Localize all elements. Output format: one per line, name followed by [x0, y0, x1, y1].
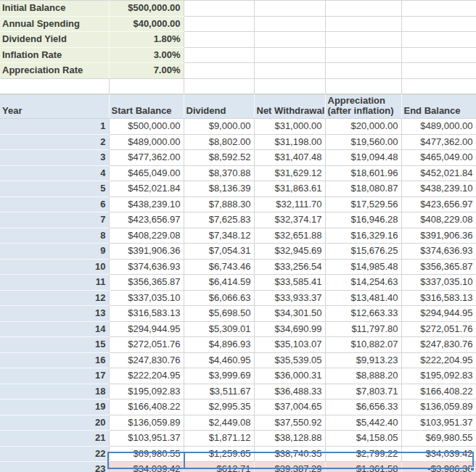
dividend-cell[interactable]: $5,698.50 — [184, 306, 254, 322]
net-withdrawal-cell[interactable]: $36,000.31 — [254, 368, 325, 384]
empty-cell[interactable] — [254, 47, 325, 63]
end-balance-cell[interactable]: $34,039.42 — [401, 446, 476, 462]
net-withdrawal-cell[interactable]: $31,198.00 — [254, 134, 325, 150]
net-withdrawal-cell[interactable]: $38,740.35 — [254, 446, 325, 462]
end-balance-cell[interactable]: $374,636.93 — [401, 244, 476, 260]
start-balance-cell[interactable]: $195,092.83 — [109, 384, 184, 399]
end-balance-cell[interactable]: $465,049.00 — [401, 150, 476, 166]
dividend-cell[interactable]: $8,136.39 — [184, 181, 254, 197]
empty-cell[interactable] — [184, 78, 254, 94]
net-withdrawal-cell[interactable]: $32,111.70 — [254, 196, 325, 212]
year-cell[interactable]: 15 — [0, 337, 109, 353]
end-balance-cell[interactable]: $452,021.84 — [401, 165, 476, 181]
year-cell[interactable]: 7 — [0, 212, 109, 228]
net-withdrawal-cell[interactable]: $32,374.17 — [254, 212, 325, 228]
start-balance-cell[interactable]: $356,365.87 — [109, 275, 184, 291]
start-balance-cell[interactable]: $337,035.10 — [109, 290, 184, 306]
net-withdrawal-cell[interactable]: $31,000.00 — [254, 119, 325, 135]
dividend-cell[interactable]: $7,888.30 — [184, 196, 254, 212]
year-cell[interactable]: 12 — [0, 290, 109, 306]
appreciation-cell[interactable]: $15,676.25 — [325, 244, 401, 260]
start-balance-cell[interactable]: $423,656.97 — [109, 212, 184, 228]
param-value-cell[interactable]: 7.00% — [109, 63, 184, 79]
empty-cell[interactable] — [401, 63, 476, 79]
appreciation-cell[interactable]: $8,888.20 — [325, 368, 401, 384]
net-withdrawal-cell[interactable]: $37,004.65 — [254, 399, 325, 415]
start-balance-cell[interactable]: $272,051.76 — [109, 337, 184, 353]
param-label-cell[interactable]: Inflation Rate — [0, 47, 109, 63]
dividend-cell[interactable]: $8,370.88 — [184, 165, 254, 181]
net-withdrawal-cell[interactable]: $39,387.29 — [254, 462, 325, 472]
net-withdrawal-cell[interactable]: $33,256.54 — [254, 259, 325, 275]
dividend-cell[interactable]: $3,511.67 — [184, 384, 254, 399]
year-cell[interactable]: 20 — [0, 415, 109, 431]
year-cell[interactable]: 17 — [0, 368, 109, 384]
net-withdrawal-cell[interactable]: $35,103.07 — [254, 337, 325, 353]
appreciation-cell[interactable]: $16,329.16 — [325, 228, 401, 244]
dividend-cell[interactable]: $1,871.12 — [184, 431, 254, 447]
appreciation-cell[interactable]: $2,799.22 — [325, 446, 401, 462]
param-label-cell[interactable]: Annual Spending — [0, 16, 109, 32]
appreciation-cell[interactable]: $18,080.87 — [325, 181, 401, 197]
start-balance-cell[interactable]: $34,039.42 — [109, 462, 184, 472]
fill-handle[interactable] — [470, 467, 475, 471]
year-cell[interactable]: 5 — [0, 181, 109, 197]
year-cell[interactable]: 14 — [0, 321, 109, 337]
net-withdrawal-cell[interactable]: $38,128.88 — [254, 431, 325, 447]
end-balance-cell[interactable]: $195,092.83 — [401, 368, 476, 384]
header-year[interactable]: Year — [0, 95, 109, 119]
appreciation-cell[interactable]: $20,000.00 — [325, 119, 401, 135]
appreciation-cell[interactable]: $7,803.71 — [325, 384, 401, 399]
appreciation-cell[interactable]: $10,882.07 — [325, 337, 401, 353]
empty-cell[interactable] — [254, 1, 325, 17]
appreciation-cell[interactable]: $19,560.00 — [325, 134, 401, 150]
header-end-balance[interactable]: End Balance — [401, 95, 476, 119]
year-cell[interactable]: 2 — [0, 134, 109, 150]
dividend-cell[interactable]: $2,449.08 — [184, 415, 254, 431]
net-withdrawal-cell[interactable]: $32,651.88 — [254, 228, 325, 244]
net-withdrawal-cell[interactable]: $34,690.99 — [254, 321, 325, 337]
appreciation-cell[interactable]: $12,663.33 — [325, 306, 401, 322]
param-label-cell[interactable]: Initial Balance — [0, 1, 109, 17]
end-balance-cell[interactable]: $166,408.22 — [401, 384, 476, 399]
year-cell[interactable]: 9 — [0, 244, 109, 260]
start-balance-cell[interactable]: $500,000.00 — [109, 119, 184, 135]
appreciation-cell[interactable]: $17,529.56 — [325, 196, 401, 212]
param-value-cell[interactable]: 3.00% — [109, 47, 184, 63]
year-cell[interactable]: 13 — [0, 306, 109, 322]
header-appreciation[interactable]: Appreciation (after inflation) — [325, 95, 401, 119]
dividend-cell[interactable]: $3,999.69 — [184, 368, 254, 384]
end-balance-cell[interactable]: $423,656.97 — [401, 196, 476, 212]
start-balance-cell[interactable]: $452,021.84 — [109, 181, 184, 197]
empty-cell[interactable] — [325, 47, 401, 63]
net-withdrawal-cell[interactable]: $36,488.33 — [254, 384, 325, 399]
appreciation-cell[interactable]: $9,913.23 — [325, 352, 401, 368]
start-balance-cell[interactable]: $166,408.22 — [109, 399, 184, 415]
start-balance-cell[interactable]: $489,000.00 — [109, 134, 184, 150]
end-balance-cell[interactable]: $356,365.87 — [401, 259, 476, 275]
empty-cell[interactable] — [401, 32, 476, 48]
start-balance-cell[interactable]: $465,049.00 — [109, 165, 184, 181]
year-cell[interactable]: 4 — [0, 165, 109, 181]
year-cell[interactable]: 21 — [0, 431, 109, 447]
dividend-cell[interactable]: $7,625.83 — [184, 212, 254, 228]
header-start-balance[interactable]: Start Balance — [109, 95, 184, 119]
start-balance-cell[interactable]: $69,980.55 — [109, 446, 184, 462]
appreciation-cell[interactable]: $14,254.63 — [325, 275, 401, 291]
empty-cell[interactable] — [0, 78, 109, 94]
end-balance-cell[interactable]: $408,229.08 — [401, 212, 476, 228]
end-balance-cell[interactable]: $438,239.10 — [401, 181, 476, 197]
param-value-cell[interactable]: $40,000.00 — [109, 16, 184, 32]
end-balance-cell[interactable]: $477,362.00 — [401, 134, 476, 150]
empty-cell[interactable] — [254, 32, 325, 48]
empty-cell[interactable] — [401, 78, 476, 94]
start-balance-cell[interactable]: $247,830.76 — [109, 352, 184, 368]
year-cell[interactable]: 8 — [0, 228, 109, 244]
dividend-cell[interactable]: $7,348.12 — [184, 228, 254, 244]
empty-cell[interactable] — [254, 63, 325, 79]
end-balance-cell[interactable]: $247,830.76 — [401, 337, 476, 353]
empty-cell[interactable] — [325, 63, 401, 79]
start-balance-cell[interactable]: $136,059.89 — [109, 415, 184, 431]
param-value-cell[interactable]: $500,000.00 — [109, 1, 184, 17]
empty-cell[interactable] — [325, 16, 401, 32]
